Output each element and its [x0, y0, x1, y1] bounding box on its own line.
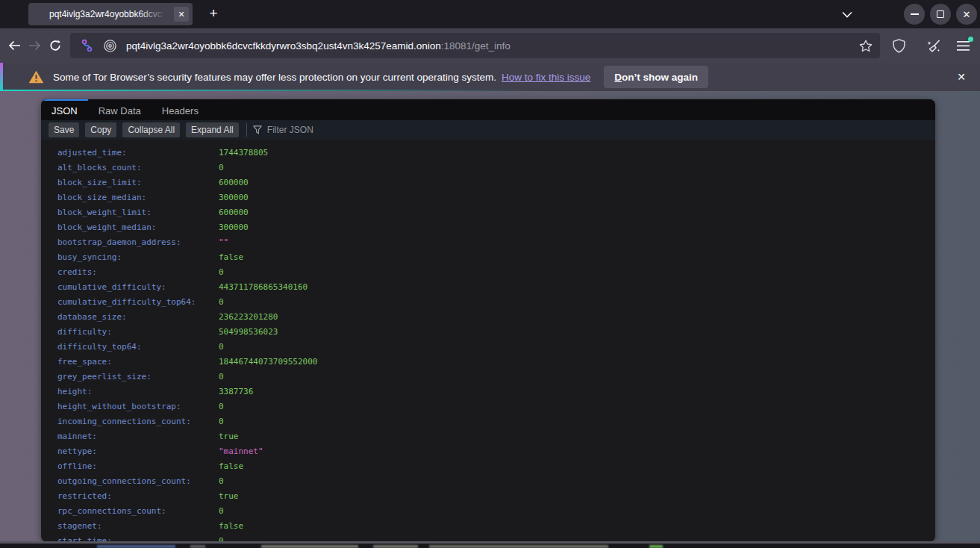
dont-show-again-button[interactable]: Don’t show again: [604, 66, 708, 88]
application-menu-button[interactable]: [953, 35, 974, 56]
tab-raw-data[interactable]: Raw Data: [88, 99, 152, 120]
json-value: 0: [219, 265, 224, 280]
json-value: 0: [219, 504, 224, 519]
json-key: stagenet:: [57, 519, 219, 534]
banner-close-button[interactable]: ✕: [952, 67, 971, 87]
new-identity-button[interactable]: [922, 34, 946, 57]
json-value: 600000: [219, 205, 249, 220]
json-value: 504998536023: [219, 325, 278, 340]
json-row: incoming_connections_count:0: [41, 414, 935, 429]
json-row: busy_syncing:false: [41, 250, 935, 265]
json-key: nettype:: [57, 444, 219, 459]
expand-all-button[interactable]: Expand All: [186, 122, 239, 137]
background-window-sliver: [0, 544, 980, 548]
json-row: difficulty:504998536023: [41, 325, 935, 340]
json-viewer-panel: JSON Raw Data Headers Save Copy Collapse…: [41, 99, 935, 542]
json-value: true: [219, 429, 239, 444]
tab-title-fade: [137, 3, 172, 25]
json-key: adjusted_time:: [57, 146, 219, 161]
security-shield-button[interactable]: [887, 34, 911, 57]
json-value: 443711786865340160: [219, 280, 308, 295]
maximize-button[interactable]: [930, 4, 951, 25]
obscured-text-fragment: [649, 545, 663, 548]
json-key: block_weight_median:: [57, 220, 219, 235]
json-row: block_weight_median:300000: [41, 220, 935, 235]
tab-json[interactable]: JSON: [41, 99, 88, 120]
minimize-icon: [911, 13, 919, 15]
url-port-path: :18081/get_info: [441, 40, 511, 52]
json-key: free_space:: [57, 355, 219, 370]
copy-button[interactable]: Copy: [85, 122, 116, 137]
toolbar-actions: [887, 34, 974, 57]
json-value: "": [219, 235, 228, 250]
json-row: cumulative_difficulty:443711786865340160: [41, 280, 935, 295]
chevron-down-icon: [842, 11, 852, 18]
json-row: block_size_limit:600000: [41, 175, 935, 190]
hamburger-menu-icon: [957, 41, 970, 51]
url-host: pqt4ivlg3a2wr4oyobbk6dcvcfkkdyrwro3sbq2u…: [126, 40, 441, 52]
collapse-all-button[interactable]: Collapse All: [122, 122, 180, 137]
json-key: difficulty:: [57, 325, 219, 340]
json-value: 0: [219, 414, 224, 429]
onion-site-icon: [103, 39, 117, 53]
json-row: free_space:18446744073709552000: [41, 355, 935, 370]
broom-sparkle-icon: [926, 39, 941, 53]
json-key: restricted:: [57, 489, 219, 504]
back-button[interactable]: [6, 34, 23, 57]
json-row: block_weight_limit:600000: [41, 205, 935, 220]
filter-json-input[interactable]: [267, 125, 446, 135]
json-row: difficulty_top64:0: [41, 340, 935, 355]
list-all-tabs-button[interactable]: [837, 4, 858, 25]
obscured-text-fragment: [373, 545, 418, 548]
json-row: alt_blocks_count:0: [41, 161, 935, 175]
tab-headers[interactable]: Headers: [152, 99, 209, 120]
obscured-text-fragment: [97, 545, 175, 548]
banner-accent-stripe: [0, 63, 3, 91]
browser-tab[interactable]: pqt4ivlg3a2wr4oyobbk6dcvcf ✕: [28, 3, 193, 25]
json-row: rpc_connections_count:0: [41, 504, 935, 519]
json-value: 0: [219, 161, 224, 175]
json-row: cumulative_difficulty_top64:0: [41, 295, 935, 310]
minimize-button[interactable]: [904, 4, 925, 25]
window-controls: ✕: [904, 4, 977, 25]
json-value: 0: [219, 399, 224, 414]
filter-box: [253, 125, 446, 135]
letterbox-area: JSON Raw Data Headers Save Copy Collapse…: [0, 91, 980, 543]
browser-window: pqt4ivlg3a2wr4oyobbk6dcvcf ✕ + ✕: [0, 0, 980, 548]
banner-message: Some of Tor Browser’s security features …: [53, 72, 496, 83]
bookmark-star-icon[interactable]: [859, 40, 873, 52]
json-key: outgoing_connections_count:: [57, 474, 219, 489]
filter-funnel-icon: [253, 125, 262, 134]
shield-icon: [893, 39, 905, 53]
json-value: 1744378805: [219, 146, 268, 161]
json-key: database_size:: [57, 310, 219, 325]
json-key: height_without_bootstrap:: [57, 399, 219, 414]
how-to-fix-link[interactable]: How to fix this issue: [502, 72, 590, 83]
reload-button[interactable]: [47, 34, 64, 57]
json-value: 3387736: [219, 384, 253, 399]
close-window-button[interactable]: ✕: [956, 4, 977, 25]
json-value: false: [219, 519, 243, 534]
url-bar[interactable]: pqt4ivlg3a2wr4oyobbk6dcvcfkkdyrwro3sbq2u…: [70, 33, 880, 58]
new-tab-button[interactable]: +: [203, 4, 224, 25]
json-value: true: [219, 489, 239, 504]
obscured-text-fragment: [190, 545, 205, 548]
save-button[interactable]: Save: [49, 122, 79, 137]
json-key: credits:: [57, 265, 219, 280]
json-key: height:: [57, 384, 219, 399]
json-row: stagenet:false: [41, 519, 935, 534]
json-value: 18446744073709552000: [219, 355, 317, 370]
json-row: block_size_median:300000: [41, 190, 935, 205]
json-row: outgoing_connections_count:0: [41, 474, 935, 489]
json-value: false: [219, 250, 243, 265]
json-row: credits:0: [41, 265, 935, 280]
json-row: restricted:true: [41, 489, 935, 504]
warning-triangle-icon: [28, 70, 44, 84]
tab-close-icon[interactable]: ✕: [174, 7, 189, 22]
forward-button[interactable]: [26, 34, 43, 57]
tor-circuit-icon: [80, 38, 95, 53]
json-row: offline:false: [41, 459, 935, 474]
json-key: mainnet:: [57, 429, 219, 444]
json-value: 0: [219, 340, 224, 355]
obscured-text-fragment: [261, 545, 358, 548]
